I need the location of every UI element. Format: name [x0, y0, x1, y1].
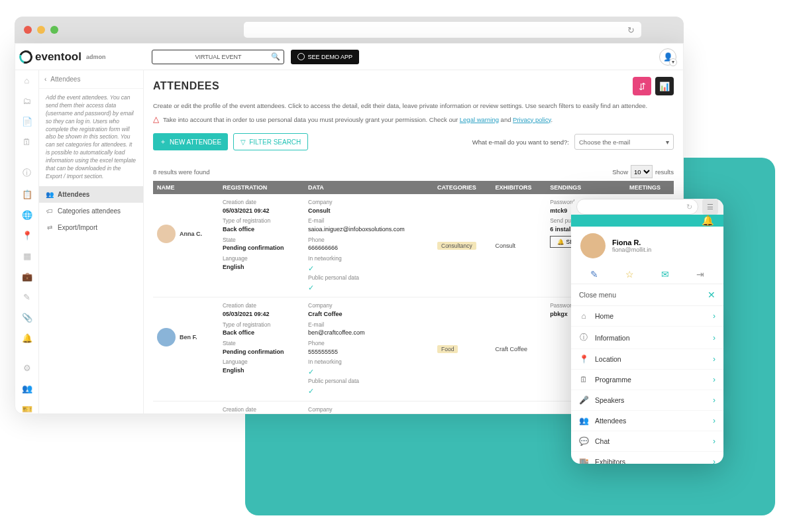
mobile-menu-button[interactable]: ☰ [702, 199, 718, 215]
sidebar-item-categories[interactable]: 🏷 Categories attendees [39, 203, 143, 219]
sidebar-item-export[interactable]: ⇄ Export/Import [39, 219, 143, 236]
page-description: Create or edit the profile of the event … [153, 102, 674, 109]
rail-icon[interactable]: ▦ [23, 251, 31, 261]
rail-icon[interactable]: 💼 [22, 272, 32, 282]
filter-search-button[interactable]: ▽ FILTER SEARCH [233, 133, 308, 150]
mobile-menu-item[interactable]: ⌂Home› [571, 306, 723, 327]
window-controls[interactable] [24, 26, 58, 34]
maximize-window-icon[interactable] [50, 26, 58, 34]
menu-item-label: Location [595, 355, 621, 363]
chevron-right-icon: › [713, 375, 716, 384]
search-icon[interactable]: 🔍 [271, 52, 280, 61]
rail-icon[interactable]: 🔔 [22, 333, 32, 343]
mobile-action-icons: ✎ ☆ ✉ ⇥ [571, 265, 723, 284]
col-registration[interactable]: REGISTRATION [219, 181, 304, 194]
user-menu-button[interactable]: 👤 [659, 48, 676, 66]
avatar [157, 225, 176, 243]
show-label: Show [612, 168, 628, 176]
tree-view-button[interactable]: ⇵ [633, 77, 651, 95]
menu-item-icon: 📍 [579, 354, 588, 364]
chevron-down-icon: ▾ [666, 138, 669, 146]
menu-item-icon: 🗓 [579, 375, 588, 384]
rail-icon[interactable]: 📄 [22, 117, 32, 127]
chevron-right-icon: › [713, 354, 716, 364]
header-search[interactable]: VIRTUAL EVENT 🔍 [152, 50, 284, 64]
rail-icon[interactable]: 🗂 [23, 96, 31, 106]
menu-item-label: Home [595, 312, 613, 320]
mobile-user-card[interactable]: Fiona R. fiona@mollit.in [571, 227, 723, 265]
logout-icon[interactable]: ⇥ [696, 269, 704, 280]
page-size-select[interactable]: 10 [631, 165, 653, 178]
rail-icon[interactable]: 📋 [22, 189, 32, 199]
rail-home-icon[interactable]: ⌂ [25, 76, 30, 85]
close-window-icon[interactable] [24, 26, 32, 34]
mobile-menu-item[interactable]: 📍Location› [571, 349, 723, 370]
col-sendings[interactable]: SENDINGS [546, 181, 625, 194]
mobile-menu-item[interactable]: 👥Attendees› [571, 411, 723, 431]
sidebar-item-label: Attendees [58, 191, 89, 198]
logo[interactable]: eventool admon [19, 50, 105, 64]
rail-icon[interactable]: 🗓 [23, 137, 31, 147]
back-icon[interactable]: ‹ [44, 76, 46, 83]
header-search-value: VIRTUAL EVENT [195, 54, 241, 60]
menu-item-icon: ⓘ [579, 332, 588, 343]
mobile-menu-item[interactable]: 🎤Speakers› [571, 390, 723, 411]
new-attendee-button[interactable]: ＋ NEW ATTENDEE [153, 133, 228, 150]
mobile-menu-item[interactable]: 🗓Programme› [571, 370, 723, 390]
rail-attendees-icon[interactable]: 👥 [22, 384, 32, 394]
see-demo-button[interactable]: SEE DEMO APP [291, 50, 359, 64]
rail-icon[interactable]: ✎ [23, 292, 30, 302]
email-select[interactable]: Choose the e-mail▾ [574, 134, 674, 150]
edit-icon[interactable]: ✎ [590, 269, 598, 280]
breadcrumb[interactable]: ‹ Attendees [39, 70, 143, 89]
menu-item-icon: 🎤 [579, 396, 588, 405]
attendee-name: Ben F. [180, 334, 197, 341]
menu-item-icon: 🏬 [579, 457, 588, 464]
email-label: What e-mail do you want to send?: [472, 138, 569, 146]
rail-icon[interactable]: 📎 [22, 313, 32, 323]
warning-row: △ Take into account that in order to use… [153, 115, 674, 124]
rail-icon[interactable]: ⚙ [23, 363, 31, 373]
attendee-name: Anna C. [180, 231, 202, 237]
sidebar: ‹ Attendees Add the event attendees. You… [39, 70, 144, 413]
star-icon[interactable]: ☆ [625, 269, 634, 280]
close-icon[interactable]: ✕ [708, 290, 716, 300]
menu-item-label: Programme [595, 376, 631, 384]
logo-text: eventool [35, 50, 81, 64]
stats-button[interactable]: 📊 [655, 77, 674, 95]
col-exhibitors[interactable]: EXHIBITORS [492, 181, 547, 194]
sidebar-item-attendees[interactable]: 👥 Attendees [39, 186, 143, 203]
mobile-menu-item[interactable]: 💬Chat› [571, 431, 723, 452]
chevron-right-icon: › [713, 437, 716, 446]
rail-icon[interactable]: ⓘ [23, 167, 31, 179]
mail-icon[interactable]: ✉ [661, 269, 669, 280]
mobile-bell-bar[interactable]: 🔔 [571, 215, 723, 227]
category-tag: Food [437, 345, 458, 353]
refresh-icon[interactable]: ↻ [686, 203, 692, 211]
rail-icon[interactable]: 🎫 [22, 404, 32, 413]
privacy-link[interactable]: Privacy policy [513, 116, 551, 123]
mobile-menu-item[interactable]: ⓘInformation› [571, 327, 723, 349]
col-name[interactable]: NAME [153, 181, 219, 194]
menu-item-icon: 👥 [579, 416, 588, 425]
results-word: results [655, 168, 674, 176]
col-data[interactable]: DATA [304, 181, 433, 194]
col-meetings[interactable]: MEETINGS [625, 181, 674, 194]
export-icon: ⇄ [46, 224, 54, 231]
menu-item-label: Speakers [595, 396, 624, 404]
menu-item-label: Information [595, 334, 630, 342]
mobile-close-menu[interactable]: Close menu ✕ [571, 284, 723, 306]
rail-icon[interactable]: 📍 [22, 231, 32, 240]
col-categories[interactable]: CATEGORIES [433, 181, 492, 194]
logo-subtitle: admon [86, 54, 106, 60]
mobile-user-name: Fiona R. [612, 239, 651, 246]
legal-link[interactable]: Legal warning [460, 116, 499, 123]
url-bar[interactable]: ↻ [244, 22, 641, 38]
mobile-menu-item[interactable]: 🏬Exhibitors› [571, 452, 723, 464]
sidebar-item-label: Categories attendees [58, 207, 121, 215]
warning-icon: △ [153, 115, 159, 124]
minimize-window-icon[interactable] [37, 26, 45, 34]
mobile-search-input[interactable]: ↻ [576, 199, 698, 215]
rail-icon[interactable]: 🌐 [22, 210, 32, 220]
mobile-header: ↻ ☰ [571, 199, 723, 215]
